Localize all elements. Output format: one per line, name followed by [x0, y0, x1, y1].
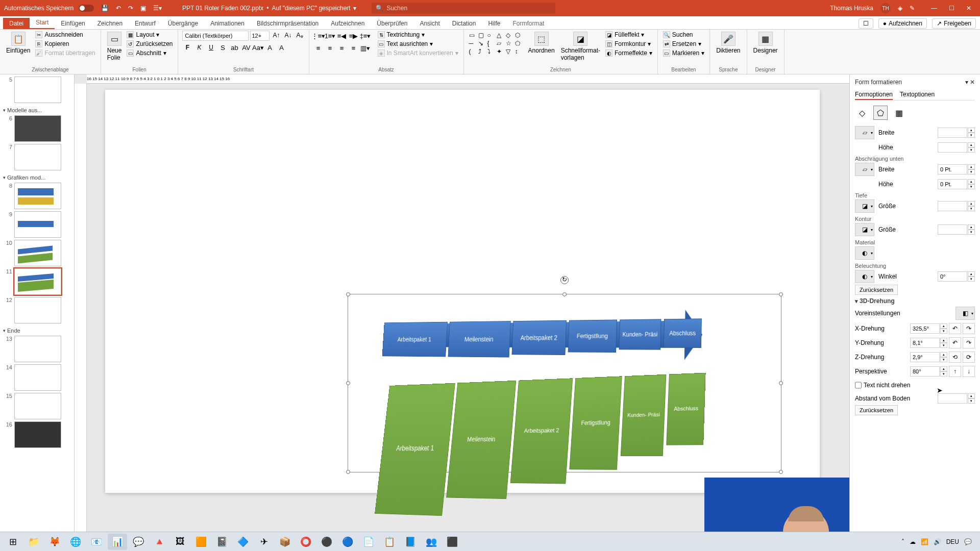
app-icon[interactable]: 📋	[380, 534, 399, 550]
material-swatch[interactable]: ◐	[855, 246, 874, 260]
app-icon[interactable]: 🟧	[191, 534, 211, 550]
ribbon-display-options[interactable]: ☐	[859, 18, 873, 29]
distance-from-ground-input[interactable]	[938, 393, 967, 404]
bold-button[interactable]: F	[182, 42, 192, 53]
highlight-button[interactable]: A	[264, 42, 275, 53]
record-button[interactable]: ● Aufzeichnen	[878, 18, 927, 29]
lighting-angle-input[interactable]	[938, 271, 967, 282]
tray-cloud-icon[interactable]: ☁	[910, 538, 916, 545]
lighting-swatch[interactable]: ◐	[855, 270, 874, 283]
case-button[interactable]: Aa▾	[253, 42, 263, 53]
tab-review[interactable]: Überprüfen	[371, 18, 413, 29]
align-center-button[interactable]: ≡	[325, 43, 335, 53]
decrease-font-icon[interactable]: A↓	[283, 31, 293, 41]
resize-handle[interactable]	[562, 292, 567, 296]
blue-process-diagram[interactable]: Arbeitspaket 1 Meilenstein Arbeitspaket …	[381, 309, 703, 375]
touchmode-icon[interactable]: ☰▾	[153, 5, 162, 12]
bevel-bottom-height-input[interactable]	[938, 179, 967, 189]
app-icon[interactable]: 📄	[359, 534, 378, 550]
app-icon[interactable]: 📦	[275, 534, 295, 550]
tab-text-options[interactable]: Textoptionen	[900, 90, 935, 100]
text-direction-button[interactable]: ⇅Textrichtung ▾	[377, 31, 459, 39]
thumbnail[interactable]: 9	[4, 211, 72, 238]
strikethrough-button[interactable]: S	[217, 42, 228, 53]
user-avatar[interactable]: TH	[880, 3, 891, 13]
section-button[interactable]: ▭Abschnitt ▾	[126, 49, 174, 57]
tab-start[interactable]: Start	[30, 17, 55, 29]
resize-handle[interactable]	[779, 470, 783, 474]
pen-icon[interactable]: ✎	[910, 5, 915, 12]
reset-3dformat-button[interactable]: Zurücksetzen	[855, 285, 898, 295]
tray-language[interactable]: DEU	[946, 538, 959, 545]
perspective-up-button[interactable]: ↑	[949, 366, 961, 377]
thumbnail[interactable]: 14	[4, 364, 72, 391]
teams-icon[interactable]: 👥	[422, 534, 441, 550]
perspective-input[interactable]	[910, 366, 940, 377]
x-rot-right-button[interactable]: ↷	[963, 323, 975, 334]
z-rotation-input[interactable]	[910, 352, 940, 362]
x-rot-left-button[interactable]: ↶	[949, 323, 961, 334]
save-icon[interactable]: 💾	[101, 5, 109, 12]
spacing-button[interactable]: AV	[241, 42, 251, 53]
obs-icon[interactable]: ⚫	[317, 534, 336, 550]
vlc-icon[interactable]: 🔺	[150, 534, 169, 550]
bevel-bottom-width-input[interactable]	[938, 164, 967, 174]
bevel-bottom-swatch[interactable]: ▱	[855, 163, 874, 176]
start-button[interactable]: ⊞	[3, 534, 22, 550]
rotation-preset-swatch[interactable]: ◧	[955, 307, 975, 320]
document-title[interactable]: PPT 01 Roter Faden 002.pptx • Auf "diese…	[182, 5, 356, 12]
shadow-button[interactable]: ab	[229, 42, 239, 53]
columns-button[interactable]: ▥▾	[360, 43, 371, 53]
y-rot-left-button[interactable]: ↶	[949, 337, 961, 348]
tab-slideshow[interactable]: Bildschirmpräsentation	[251, 18, 325, 29]
italic-button[interactable]: K	[194, 42, 204, 53]
tab-help[interactable]: Hilfe	[482, 18, 506, 29]
tab-insert[interactable]: Einfügen	[55, 18, 91, 29]
window-minimize[interactable]: —	[927, 5, 941, 12]
reset-rotation-button[interactable]: Zurücksetzen	[855, 405, 898, 415]
green-process-diagram[interactable]: Arbeitspaket 1 Meilenstein Arbeitspaket …	[373, 373, 695, 537]
bevel-top-width-input[interactable]	[938, 128, 967, 138]
telegram-icon[interactable]: ✈	[254, 534, 274, 550]
tab-draw[interactable]: Zeichnen	[91, 18, 129, 29]
tray-expand-icon[interactable]: ˄	[901, 538, 904, 545]
tab-shapeformat[interactable]: Formformat	[506, 18, 550, 29]
onenote-icon[interactable]: 📓	[212, 534, 232, 550]
rotate-handle[interactable]	[560, 276, 569, 284]
tray-notification-icon[interactable]: 💬	[964, 538, 972, 545]
format-painter-button[interactable]: 🖌Format übertragen	[34, 49, 96, 57]
select-button[interactable]: ▭Markieren ▾	[662, 49, 705, 57]
size-props-icon[interactable]: ▦	[892, 106, 906, 120]
section-header[interactable]: Grafiken mod...	[2, 172, 72, 183]
bevel-top-swatch[interactable]: ▱	[855, 126, 874, 139]
share-button[interactable]: ↗ Freigeben	[932, 18, 976, 29]
app-icon[interactable]: ⭕	[296, 534, 315, 550]
window-close[interactable]: ✕	[962, 5, 976, 12]
resize-handle[interactable]	[346, 381, 350, 385]
app-icon[interactable]: 🖼	[170, 534, 190, 550]
align-text-button[interactable]: ▭Text ausrichten ▾	[377, 40, 459, 48]
explorer-icon[interactable]: 📁	[24, 534, 43, 550]
tab-shape-options[interactable]: Formoptionen	[855, 90, 893, 100]
pane-close-icon[interactable]: ✕	[970, 79, 975, 86]
rotation-section[interactable]: ▾ 3D-Drehung	[855, 297, 975, 305]
quick-styles-button[interactable]: ◪Schnellformat- vorlagen	[559, 31, 602, 62]
linespacing-button[interactable]: ‡≡▾	[360, 31, 371, 41]
arrange-button[interactable]: ⬚Anordnen	[526, 31, 557, 55]
contour-size-input[interactable]	[938, 224, 967, 235]
redo-icon[interactable]: ↷	[128, 5, 133, 12]
section-header[interactable]: Ende	[2, 325, 72, 336]
shape-fill-button[interactable]: ◪Fülleffekt ▾	[604, 31, 653, 39]
x-rotation-input[interactable]	[910, 323, 940, 334]
font-family-select[interactable]	[182, 31, 249, 41]
resize-handle[interactable]	[779, 292, 783, 296]
tab-view[interactable]: Ansicht	[413, 18, 446, 29]
z-rot-left-button[interactable]: ⟲	[949, 352, 961, 363]
underline-button[interactable]: U	[206, 42, 216, 53]
search-box[interactable]: 🔍 Suchen	[372, 3, 555, 14]
window-maximize[interactable]: ☐	[944, 5, 959, 12]
thumbnail[interactable]: 5	[4, 77, 72, 103]
font-size-select[interactable]	[250, 31, 270, 41]
bevel-top-height-input[interactable]	[938, 142, 967, 153]
username[interactable]: Thomas Hruska	[830, 5, 873, 12]
